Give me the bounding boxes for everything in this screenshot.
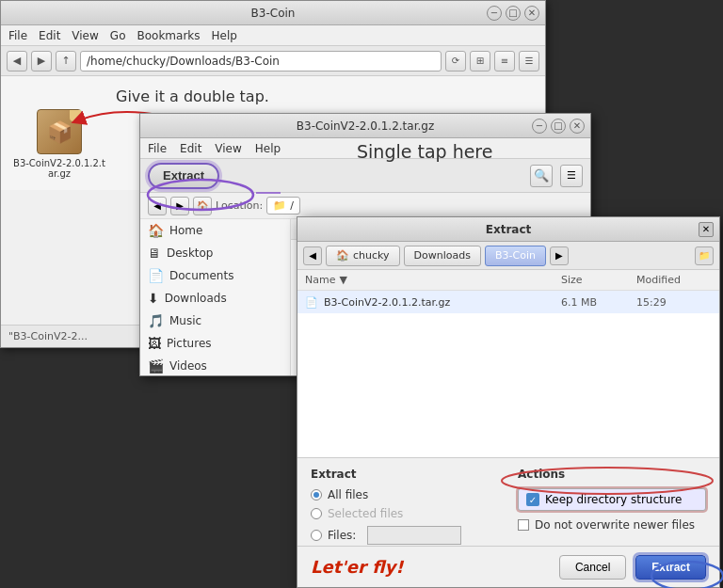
breadcrumb-b3coin[interactable]: B3-Coin: [485, 246, 546, 266]
address-text: /home/chucky/Downloads/B3-Coin: [87, 55, 280, 68]
extract-sections: Extract All files Selected files Files: …: [311, 468, 706, 550]
desktop-icon: 🖥: [148, 246, 161, 261]
archive-menu-icon[interactable]: ☰: [560, 165, 583, 187]
all-files-radio-row: All files: [311, 488, 499, 501]
grid-view-button[interactable]: ⊞: [470, 51, 490, 72]
browser-titlebar: B3-Coin − □ ✕: [1, 1, 545, 25]
archive-close-button[interactable]: ✕: [570, 119, 585, 134]
archive-menu-edit[interactable]: Edit: [180, 142, 201, 155]
sidebar-item-pictures[interactable]: 🖼 Pictures: [140, 332, 290, 355]
extract-dialog-close-button[interactable]: ✕: [699, 222, 714, 237]
menu-view[interactable]: View: [72, 29, 98, 42]
menu-file[interactable]: File: [8, 29, 27, 42]
extract-dialog-extract-button[interactable]: Extract: [635, 555, 706, 580]
let-er-fly-label: Let'er fly!: [311, 557, 403, 577]
extract-forward-button[interactable]: ▶: [550, 246, 569, 265]
file-row-modified: 15:29: [636, 296, 712, 309]
sidebar-item-desktop[interactable]: 🖥 Desktop: [140, 242, 290, 264]
sidebar-item-home[interactable]: 🏠 Home: [140, 219, 290, 242]
chucky-home-icon: 🏠: [336, 249, 349, 262]
close-button[interactable]: ✕: [524, 6, 539, 21]
search-icon[interactable]: 🔍: [530, 165, 553, 187]
selected-files-radio[interactable]: [311, 508, 322, 519]
extract-bottom-options: Extract All files Selected files Files: …: [297, 458, 719, 560]
forward-button[interactable]: ▶: [31, 51, 52, 72]
up-button[interactable]: ↑: [56, 51, 76, 72]
sidebar-label-home: Home: [169, 224, 202, 237]
sidebar-label-desktop: Desktop: [167, 246, 214, 260]
all-files-radio[interactable]: [311, 489, 322, 501]
extract-dialog-title: Extract: [486, 223, 532, 236]
archive-up-button[interactable]: 🏠: [193, 197, 212, 215]
pictures-icon: 🖼: [148, 336, 161, 351]
selected-files-radio-row: Selected files: [311, 507, 499, 520]
extract-dialog: Extract ✕ ◀ 🏠 chucky Downloads B3-Coin ▶…: [297, 216, 720, 588]
selected-files-label: Selected files: [328, 507, 403, 520]
file-row-size: 6.1 MB: [561, 296, 636, 309]
files-radio[interactable]: [311, 530, 322, 541]
address-bar[interactable]: /home/chucky/Downloads/B3-Coin: [80, 51, 442, 72]
extract-back-button[interactable]: ◀: [303, 246, 322, 265]
keep-directory-button[interactable]: ✓ Keep directory structure: [518, 488, 706, 511]
keep-dir-checkbox: ✓: [526, 493, 539, 506]
single-tap-label: Single tap here: [357, 141, 492, 162]
menu-bookmarks[interactable]: Bookmarks: [137, 29, 200, 42]
keep-directory-label: Keep directory structure: [545, 493, 682, 506]
sidebar-item-music[interactable]: 🎵 Music: [140, 310, 290, 332]
no-overwrite-label: Do not overwrite newer files: [535, 518, 695, 532]
archive-menu-file[interactable]: File: [148, 142, 167, 155]
menu-edit[interactable]: Edit: [39, 29, 60, 42]
extract-file-row[interactable]: 📄 B3-CoinV2-2.0.1.2.tar.gz 6.1 MB 15:29: [297, 291, 719, 313]
menu-help[interactable]: Help: [212, 29, 237, 42]
archive-forward-button[interactable]: ▶: [170, 197, 189, 215]
toolbar-icons: ⟳ ⊞ ≡ ☰: [445, 51, 539, 72]
extract-file-header: Name ▼ Size Modified: [297, 270, 719, 291]
no-overwrite-checkbox[interactable]: [518, 519, 529, 531]
reload-button[interactable]: ⟳: [445, 51, 466, 72]
sidebar-item-downloads[interactable]: ⬇ Downloads: [140, 287, 290, 310]
status-text: "B3-CoinV2-2...: [8, 330, 88, 342]
archive-titlebar: B3-CoinV2-2.0.1.2.tar.gz − □ ✕: [140, 114, 590, 138]
sidebar-label-music: Music: [169, 314, 201, 327]
archive-window-controls: − □ ✕: [532, 119, 585, 134]
archive-maximize-button[interactable]: □: [551, 119, 566, 134]
videos-icon: 🎬: [148, 358, 164, 373]
archive-menu-help[interactable]: Help: [255, 142, 281, 155]
back-button[interactable]: ◀: [7, 51, 27, 72]
archive-nav-bar: ◀ ▶ 🏠 Location: 📁 /: [140, 193, 590, 219]
files-input[interactable]: [367, 526, 461, 545]
sidebar-item-documents[interactable]: 📄 Documents: [140, 264, 290, 287]
archive-menu-view[interactable]: View: [215, 142, 241, 155]
file-modified-column-header: Modified: [636, 274, 712, 286]
documents-icon: 📄: [148, 268, 164, 283]
extract-section-right: Actions ✓ Keep directory structure Do no…: [518, 468, 706, 550]
file-name-column-header: Name ▼: [305, 274, 561, 286]
menu-button[interactable]: ☰: [519, 51, 539, 72]
home-icon: 🏠: [148, 223, 164, 238]
extract-section-left: Extract All files Selected files Files:: [311, 468, 499, 550]
archive-title: B3-CoinV2-2.0.1.2.tar.gz: [297, 119, 434, 133]
archive-minimize-button[interactable]: −: [532, 119, 547, 134]
list-view-button[interactable]: ≡: [494, 51, 515, 72]
breadcrumb-downloads[interactable]: Downloads: [404, 246, 481, 266]
cancel-button[interactable]: Cancel: [559, 555, 626, 580]
archive-toolbar: Extract 🔍 ☰: [140, 159, 590, 193]
location-label: Location:: [216, 199, 263, 212]
minimize-button[interactable]: −: [487, 6, 502, 21]
file-type-icon: 📄: [305, 296, 318, 309]
music-icon: 🎵: [148, 313, 164, 328]
archive-back-button[interactable]: ◀: [148, 197, 167, 215]
all-files-label: All files: [328, 488, 368, 501]
extract-dialog-bottom: Let'er fly! Cancel Extract: [297, 546, 719, 587]
file-manager-sidebar: 🏠 Home 🖥 Desktop 📄 Documents ⬇ Downloads…: [140, 219, 291, 375]
sidebar-item-videos[interactable]: 🎬 Videos: [140, 355, 290, 375]
sidebar-label-downloads: Downloads: [165, 292, 227, 305]
menu-go[interactable]: Go: [110, 29, 126, 42]
create-folder-button[interactable]: 📁: [695, 246, 714, 265]
maximize-button[interactable]: □: [506, 6, 521, 21]
extract-nav-bar: ◀ 🏠 chucky Downloads B3-Coin ▶ 📁: [297, 242, 719, 270]
actions-section-title: Actions: [518, 468, 706, 481]
extract-toolbar-button[interactable]: Extract: [148, 163, 219, 189]
files-label: Files:: [328, 529, 356, 542]
breadcrumb-chucky[interactable]: 🏠 chucky: [326, 246, 400, 266]
